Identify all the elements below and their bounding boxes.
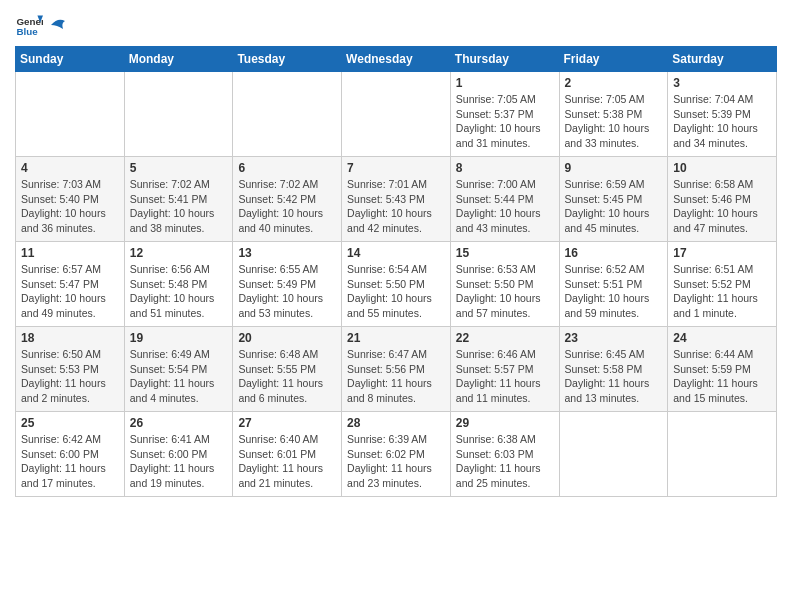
calendar-cell: 17Sunrise: 6:51 AM Sunset: 5:52 PM Dayli…: [668, 242, 777, 327]
day-header-monday: Monday: [124, 47, 233, 72]
cell-info-text: Sunrise: 6:38 AM Sunset: 6:03 PM Dayligh…: [456, 432, 554, 491]
cell-info-text: Sunrise: 6:51 AM Sunset: 5:52 PM Dayligh…: [673, 262, 771, 321]
week-row-1: 1Sunrise: 7:05 AM Sunset: 5:37 PM Daylig…: [16, 72, 777, 157]
cell-day-number: 17: [673, 246, 771, 260]
cell-day-number: 5: [130, 161, 228, 175]
calendar-cell: 28Sunrise: 6:39 AM Sunset: 6:02 PM Dayli…: [342, 412, 451, 497]
cell-info-text: Sunrise: 7:03 AM Sunset: 5:40 PM Dayligh…: [21, 177, 119, 236]
calendar-cell: 25Sunrise: 6:42 AM Sunset: 6:00 PM Dayli…: [16, 412, 125, 497]
cell-info-text: Sunrise: 6:40 AM Sunset: 6:01 PM Dayligh…: [238, 432, 336, 491]
calendar-cell: 12Sunrise: 6:56 AM Sunset: 5:48 PM Dayli…: [124, 242, 233, 327]
cell-info-text: Sunrise: 6:54 AM Sunset: 5:50 PM Dayligh…: [347, 262, 445, 321]
cell-day-number: 29: [456, 416, 554, 430]
logo: General Blue: [15, 10, 67, 38]
cell-day-number: 6: [238, 161, 336, 175]
calendar-cell: 15Sunrise: 6:53 AM Sunset: 5:50 PM Dayli…: [450, 242, 559, 327]
calendar-cell: 9Sunrise: 6:59 AM Sunset: 5:45 PM Daylig…: [559, 157, 668, 242]
calendar-cell: 14Sunrise: 6:54 AM Sunset: 5:50 PM Dayli…: [342, 242, 451, 327]
calendar-cell: [233, 72, 342, 157]
cell-day-number: 14: [347, 246, 445, 260]
calendar-cell: 1Sunrise: 7:05 AM Sunset: 5:37 PM Daylig…: [450, 72, 559, 157]
cell-info-text: Sunrise: 6:48 AM Sunset: 5:55 PM Dayligh…: [238, 347, 336, 406]
cell-day-number: 25: [21, 416, 119, 430]
cell-day-number: 2: [565, 76, 663, 90]
week-row-5: 25Sunrise: 6:42 AM Sunset: 6:00 PM Dayli…: [16, 412, 777, 497]
calendar-cell: 29Sunrise: 6:38 AM Sunset: 6:03 PM Dayli…: [450, 412, 559, 497]
calendar-cell: 20Sunrise: 6:48 AM Sunset: 5:55 PM Dayli…: [233, 327, 342, 412]
cell-day-number: 21: [347, 331, 445, 345]
cell-info-text: Sunrise: 6:58 AM Sunset: 5:46 PM Dayligh…: [673, 177, 771, 236]
cell-day-number: 9: [565, 161, 663, 175]
calendar-table: SundayMondayTuesdayWednesdayThursdayFrid…: [15, 46, 777, 497]
cell-day-number: 8: [456, 161, 554, 175]
calendar-cell: 13Sunrise: 6:55 AM Sunset: 5:49 PM Dayli…: [233, 242, 342, 327]
cell-day-number: 26: [130, 416, 228, 430]
cell-day-number: 11: [21, 246, 119, 260]
calendar-cell: [342, 72, 451, 157]
cell-day-number: 10: [673, 161, 771, 175]
calendar-cell: 2Sunrise: 7:05 AM Sunset: 5:38 PM Daylig…: [559, 72, 668, 157]
cell-info-text: Sunrise: 7:02 AM Sunset: 5:41 PM Dayligh…: [130, 177, 228, 236]
cell-info-text: Sunrise: 6:49 AM Sunset: 5:54 PM Dayligh…: [130, 347, 228, 406]
cell-info-text: Sunrise: 6:50 AM Sunset: 5:53 PM Dayligh…: [21, 347, 119, 406]
logo-bird-icon: [49, 15, 67, 35]
cell-day-number: 20: [238, 331, 336, 345]
cell-day-number: 27: [238, 416, 336, 430]
cell-info-text: Sunrise: 6:55 AM Sunset: 5:49 PM Dayligh…: [238, 262, 336, 321]
calendar-cell: 22Sunrise: 6:46 AM Sunset: 5:57 PM Dayli…: [450, 327, 559, 412]
cell-info-text: Sunrise: 6:56 AM Sunset: 5:48 PM Dayligh…: [130, 262, 228, 321]
cell-info-text: Sunrise: 6:44 AM Sunset: 5:59 PM Dayligh…: [673, 347, 771, 406]
page-header: General Blue: [15, 10, 777, 38]
calendar-cell: 3Sunrise: 7:04 AM Sunset: 5:39 PM Daylig…: [668, 72, 777, 157]
calendar-cell: 18Sunrise: 6:50 AM Sunset: 5:53 PM Dayli…: [16, 327, 125, 412]
cell-info-text: Sunrise: 7:00 AM Sunset: 5:44 PM Dayligh…: [456, 177, 554, 236]
cell-day-number: 4: [21, 161, 119, 175]
cell-info-text: Sunrise: 6:52 AM Sunset: 5:51 PM Dayligh…: [565, 262, 663, 321]
logo-icon: General Blue: [15, 10, 43, 38]
week-row-4: 18Sunrise: 6:50 AM Sunset: 5:53 PM Dayli…: [16, 327, 777, 412]
calendar-cell: 21Sunrise: 6:47 AM Sunset: 5:56 PM Dayli…: [342, 327, 451, 412]
calendar-cell: 6Sunrise: 7:02 AM Sunset: 5:42 PM Daylig…: [233, 157, 342, 242]
calendar-cell: 8Sunrise: 7:00 AM Sunset: 5:44 PM Daylig…: [450, 157, 559, 242]
cell-info-text: Sunrise: 6:45 AM Sunset: 5:58 PM Dayligh…: [565, 347, 663, 406]
calendar-cell: 23Sunrise: 6:45 AM Sunset: 5:58 PM Dayli…: [559, 327, 668, 412]
calendar-cell: [124, 72, 233, 157]
calendar-cell: 27Sunrise: 6:40 AM Sunset: 6:01 PM Dayli…: [233, 412, 342, 497]
calendar-cell: 16Sunrise: 6:52 AM Sunset: 5:51 PM Dayli…: [559, 242, 668, 327]
svg-text:Blue: Blue: [16, 26, 38, 37]
days-of-week-row: SundayMondayTuesdayWednesdayThursdayFrid…: [16, 47, 777, 72]
cell-day-number: 3: [673, 76, 771, 90]
cell-info-text: Sunrise: 6:39 AM Sunset: 6:02 PM Dayligh…: [347, 432, 445, 491]
calendar-cell: 10Sunrise: 6:58 AM Sunset: 5:46 PM Dayli…: [668, 157, 777, 242]
cell-day-number: 16: [565, 246, 663, 260]
calendar-cell: 19Sunrise: 6:49 AM Sunset: 5:54 PM Dayli…: [124, 327, 233, 412]
cell-info-text: Sunrise: 6:47 AM Sunset: 5:56 PM Dayligh…: [347, 347, 445, 406]
cell-day-number: 13: [238, 246, 336, 260]
cell-info-text: Sunrise: 7:05 AM Sunset: 5:38 PM Dayligh…: [565, 92, 663, 151]
calendar-cell: 26Sunrise: 6:41 AM Sunset: 6:00 PM Dayli…: [124, 412, 233, 497]
week-row-2: 4Sunrise: 7:03 AM Sunset: 5:40 PM Daylig…: [16, 157, 777, 242]
calendar-cell: 5Sunrise: 7:02 AM Sunset: 5:41 PM Daylig…: [124, 157, 233, 242]
cell-info-text: Sunrise: 7:04 AM Sunset: 5:39 PM Dayligh…: [673, 92, 771, 151]
cell-day-number: 22: [456, 331, 554, 345]
day-header-tuesday: Tuesday: [233, 47, 342, 72]
week-row-3: 11Sunrise: 6:57 AM Sunset: 5:47 PM Dayli…: [16, 242, 777, 327]
day-header-friday: Friday: [559, 47, 668, 72]
cell-day-number: 7: [347, 161, 445, 175]
cell-info-text: Sunrise: 7:05 AM Sunset: 5:37 PM Dayligh…: [456, 92, 554, 151]
cell-day-number: 23: [565, 331, 663, 345]
cell-day-number: 24: [673, 331, 771, 345]
day-header-thursday: Thursday: [450, 47, 559, 72]
cell-info-text: Sunrise: 6:57 AM Sunset: 5:47 PM Dayligh…: [21, 262, 119, 321]
calendar-cell: 4Sunrise: 7:03 AM Sunset: 5:40 PM Daylig…: [16, 157, 125, 242]
cell-info-text: Sunrise: 7:01 AM Sunset: 5:43 PM Dayligh…: [347, 177, 445, 236]
cell-info-text: Sunrise: 6:53 AM Sunset: 5:50 PM Dayligh…: [456, 262, 554, 321]
calendar-cell: [559, 412, 668, 497]
cell-day-number: 15: [456, 246, 554, 260]
cell-day-number: 19: [130, 331, 228, 345]
cell-day-number: 12: [130, 246, 228, 260]
cell-day-number: 28: [347, 416, 445, 430]
calendar-cell: [668, 412, 777, 497]
cell-info-text: Sunrise: 6:59 AM Sunset: 5:45 PM Dayligh…: [565, 177, 663, 236]
cell-info-text: Sunrise: 6:42 AM Sunset: 6:00 PM Dayligh…: [21, 432, 119, 491]
